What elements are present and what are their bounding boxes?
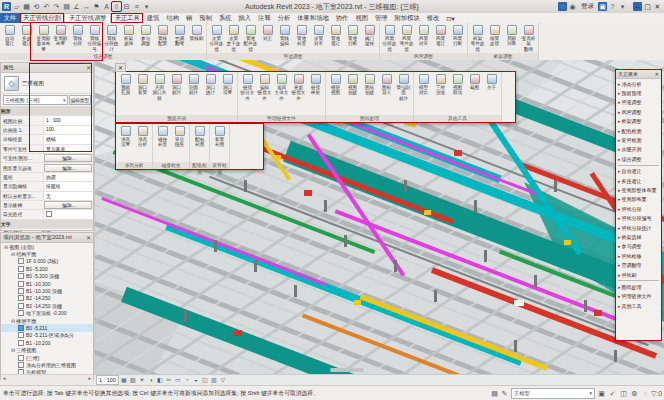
checkbox[interactable] — [18, 288, 24, 294]
menu-item-管线分段统计[interactable]: ▸管线分段统计 — [616, 223, 661, 232]
checkbox[interactable] — [18, 281, 24, 287]
design-option-select[interactable]: 主模型 ▾ — [511, 388, 595, 399]
close-icon[interactable]: ✕ — [86, 234, 91, 241]
tool-button-管线分段统计[interactable]: 管线分段统计 — [103, 24, 120, 52]
tool-button-风管避让[interactable]: 风管避让 — [432, 24, 449, 52]
tool-button-链接拆分文件[interactable]: 链接拆分文件 — [239, 73, 256, 101]
tool-button-净高分析[interactable]: 净高分析 — [134, 125, 151, 153]
checkbox[interactable] — [18, 355, 24, 361]
tree-item[interactable]: B0 -5.200 — [1, 265, 93, 272]
expander-icon[interactable]: ⊟ — [11, 347, 15, 353]
edit-button[interactable]: 编辑... — [44, 201, 92, 209]
browser-scrollbar[interactable]: ◂ ▸ — [1, 374, 93, 381]
restore-icon[interactable]: ▢ — [643, 2, 652, 11]
tool-button-管道避让[interactable]: 管道避让 — [327, 24, 344, 52]
select-links-icon[interactable]: ◌ — [641, 389, 650, 398]
crop-region-icon[interactable]: ▭ — [174, 376, 182, 384]
expander-icon[interactable]: ⊟ — [11, 251, 15, 257]
tool-button-模型对比[interactable]: 模型对比 — [415, 73, 432, 101]
expander-icon[interactable]: ⊟ — [4, 244, 8, 250]
scroll-left-icon[interactable]: ◂ — [3, 375, 6, 381]
checkbox[interactable] — [18, 273, 24, 279]
tool-button-风管打断[interactable]: 风管打断 — [449, 24, 466, 52]
tab-插入[interactable]: 插入 — [235, 13, 255, 23]
tool-button-管道配件连接[interactable]: 管道配件连接 — [242, 24, 259, 52]
sign-in-button[interactable]: 登录 — [581, 2, 594, 11]
tool-button-风管对齐[interactable]: 风管对齐 — [415, 24, 432, 52]
menu-item-图纸处理[interactable]: ▸图纸处理 — [616, 282, 661, 291]
menu-item-多连避让[interactable]: ▸多连避让 — [616, 176, 661, 185]
search-icon[interactable]: ◌ — [558, 2, 567, 11]
tab-预制[interactable]: 预制 — [196, 13, 216, 23]
exclude-options-icon[interactable]: ✓ — [608, 389, 617, 398]
tool-button-管线配管[interactable]: 管线配管 — [154, 24, 171, 52]
tool-button-阀门旋转[interactable]: 阀门旋转 — [361, 24, 378, 52]
filter-icon[interactable]: ▽:0 — [652, 389, 661, 398]
tab-系统[interactable]: 系统 — [215, 13, 235, 23]
revit-app-icon[interactable]: R — [2, 2, 11, 11]
worksets-icon[interactable]: ▤ — [490, 389, 499, 398]
menu-item-净高分析[interactable]: ▸净高分析 — [616, 79, 661, 88]
section-icon[interactable]: ⊟ — [122, 2, 131, 11]
tool-button-洞口标注[interactable]: 洞口标注 — [168, 73, 185, 101]
close-icon[interactable]: ✕ — [86, 64, 91, 71]
tool-button-桥架弯件连接[interactable]: 桥架弯件连接 — [469, 24, 486, 52]
worksharing-display-icon[interactable]: ◫ — [201, 376, 209, 384]
checkbox[interactable] — [18, 266, 24, 272]
tool-button-三维浏览[interactable]: 三维浏览 — [432, 73, 449, 101]
tree-item[interactable]: 净高分析用的三维视图 — [1, 361, 93, 368]
menu-item-变局部布置[interactable]: ▸变局部布置 — [616, 195, 661, 204]
tree-item[interactable]: B1 -10.300 顶棚 — [1, 287, 93, 294]
tab-分析[interactable]: 分析 — [274, 13, 294, 23]
tab-管理[interactable]: 管理 — [371, 13, 391, 23]
tool-button-碰撞检查[interactable]: 碰撞检查 — [154, 125, 171, 153]
tool-button-水管分段连接[interactable]: 水管分段连接 — [208, 24, 225, 52]
temporary-view-icon[interactable]: ▥ — [210, 376, 218, 384]
tree-item[interactable]: B2 -14.250 — [1, 295, 93, 302]
menu-item-管线分段[interactable]: ▸管线分段 — [616, 204, 661, 213]
tree-item[interactable]: 1F 0.000 (3栋) — [1, 258, 93, 265]
tool-button-配电检测[interactable]: 配电检测 — [191, 125, 208, 153]
tool-group-label[interactable]: 桥架调整 — [468, 53, 538, 60]
tool-button-更新链接文件[interactable]: 更新链接文件 — [290, 73, 307, 101]
tool-button-桥架选择[interactable]: 桥架选择 — [120, 24, 137, 52]
tool-button-水管对齐[interactable]: 水管对齐 — [310, 24, 327, 52]
menu-item-变局部整体布置[interactable]: ▸变局部整体布置 — [616, 185, 661, 194]
tree-item[interactable]: ⊟三维视图 — [1, 346, 93, 353]
checkbox[interactable] — [18, 332, 24, 338]
tool-button-水管支干连接[interactable]: 水管支干连接 — [225, 24, 242, 52]
thin-lines-icon[interactable]: ≡ — [132, 2, 141, 11]
tool-button-管道打断[interactable]: 管道打断 — [344, 24, 361, 52]
checkbox[interactable] — [18, 325, 24, 331]
tab-天正工具[interactable]: 天正工具 — [111, 13, 143, 23]
tool-button-套管检测[interactable]: 套管检测 — [211, 125, 228, 153]
menu-item-管理链接文件[interactable]: ▸管理链接文件 — [616, 292, 661, 301]
save-icon[interactable]: ▦ — [22, 2, 31, 11]
tool-button-关闭洞口关联[interactable]: 关闭洞口关联 — [151, 73, 168, 101]
checkbox[interactable] — [18, 258, 24, 264]
tool-button-变局部布置[interactable]: 变局部布置 — [52, 24, 69, 52]
tool-button-截图[interactable]: 截图 — [466, 73, 483, 101]
menu-item-自动避让[interactable]: ▸自动避让 — [616, 167, 661, 176]
tool-button-管线分段编号[interactable]: 管线分段编号 — [86, 24, 103, 52]
scroll-right-icon[interactable]: ▸ — [88, 375, 91, 381]
scale-button[interactable]: 1 : 100 — [96, 375, 119, 385]
undo-icon[interactable]: ↶ — [42, 2, 51, 11]
rendering-icon[interactable]: ◧ — [156, 376, 164, 384]
tool-button-变局部整体布置[interactable]: 变局部整体布置 — [35, 24, 52, 52]
reveal-hidden-icon[interactable]: ◒ — [192, 376, 200, 384]
tool-button-链接映射[interactable]: 链接映射 — [307, 73, 324, 101]
tree-item[interactable]: B2 -14.250 顶棚 — [1, 302, 93, 309]
tree-item[interactable]: B1 -10.300 — [1, 280, 93, 287]
tool-button-图纸创建[interactable]: 图纸创建 — [361, 73, 378, 101]
menu-item-管线检修[interactable]: ▸管线检修 — [616, 251, 661, 260]
menu-item-其他工具[interactable]: ▸其他工具 — [616, 301, 661, 310]
open-file-icon[interactable]: ▱ — [12, 2, 21, 11]
tool-group-label[interactable]: 净高分析 — [116, 162, 152, 169]
help-icon[interactable]: ? — [608, 2, 617, 11]
design-options-icon[interactable]: ▣ — [597, 389, 606, 398]
tab-钢[interactable]: 钢 — [183, 13, 196, 23]
tool-button-风管分段连接[interactable]: 风管分段连接 — [381, 24, 398, 52]
tool-button-管综剖面标注[interactable]: 管综剖面标注 — [395, 73, 412, 101]
tool-button-多连避让[interactable]: 多连避让 — [18, 24, 35, 52]
